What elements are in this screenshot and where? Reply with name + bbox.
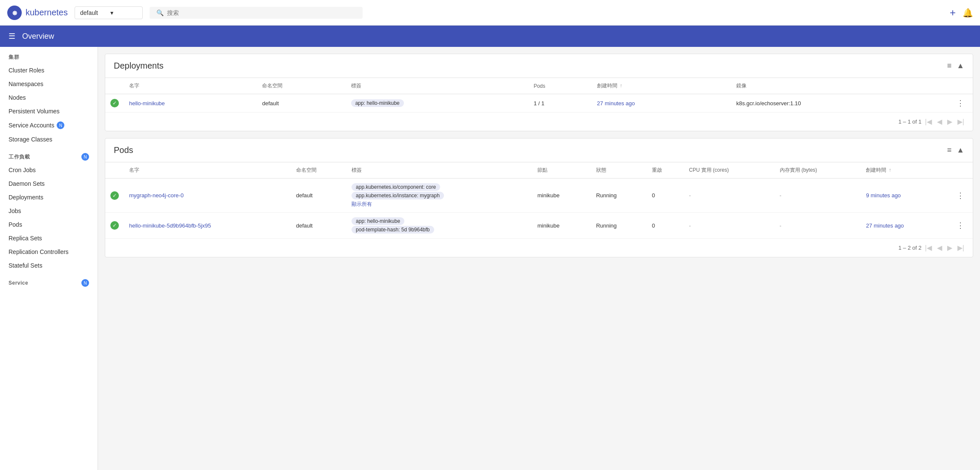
label-tag: app: hello-minikube xyxy=(351,99,404,107)
th-image: 鏡像 xyxy=(731,78,948,94)
last-page-button[interactable]: ▶| xyxy=(956,242,966,254)
th-namespace: 命名空間 xyxy=(257,78,346,94)
th-created-time: 創建時間 ↑ xyxy=(592,78,731,94)
row-cpu: - xyxy=(684,213,775,239)
label-tag-1: app.kubernetes.io/instance: mygraph xyxy=(352,192,444,199)
pods-header: Pods ≡ ▲ xyxy=(105,138,973,162)
workload-section-header: 工作負載 N xyxy=(0,146,98,163)
row-namespace: default xyxy=(257,94,346,112)
sidebar-item-service-accounts[interactable]: Service Accounts N xyxy=(0,118,98,133)
deployments-pagination: 1 – 1 of 1 |◀ ◀ ▶ ▶| xyxy=(105,112,973,131)
deployment-link[interactable]: hello-minikube xyxy=(129,100,165,107)
row-memory: - xyxy=(775,179,861,213)
sidebar-item-replication-controllers[interactable]: Replication Controllers xyxy=(0,245,98,259)
th-status xyxy=(105,78,124,94)
sidebar-item-pods[interactable]: Pods xyxy=(0,218,98,231)
created-time-link[interactable]: 9 minutes ago xyxy=(866,192,901,199)
notification-button[interactable]: 🔔 xyxy=(963,8,973,18)
sidebar-item-cluster-roles[interactable]: Cluster Roles xyxy=(0,63,98,77)
th-pods: Pods xyxy=(528,78,592,94)
show-all-link[interactable]: 顯示所有 xyxy=(352,201,527,208)
row-labels: app.kubernetes.io/component: core app.ku… xyxy=(346,179,532,213)
th-actions xyxy=(948,162,973,179)
add-button[interactable]: + xyxy=(950,7,956,19)
hamburger-icon[interactable]: ☰ xyxy=(9,32,15,41)
row-kebab: ⋮ xyxy=(948,179,973,213)
sidebar-label: Service Accounts xyxy=(9,122,54,129)
row-restarts: 0 xyxy=(647,179,684,213)
row-namespace: default xyxy=(291,179,346,213)
sidebar-item-stateful-sets[interactable]: Stateful Sets xyxy=(0,259,98,272)
th-status xyxy=(105,162,124,179)
content-area: Deployments ≡ ▲ 名字 命名空間 xyxy=(98,47,980,470)
sidebar-item-cron-jobs[interactable]: Cron Jobs xyxy=(0,163,98,177)
main-layout: 集群 Cluster Roles Namespaces Nodes Persis… xyxy=(0,47,980,470)
row-kebab: ⋮ xyxy=(948,213,973,239)
th-labels: 標簽 xyxy=(346,78,529,94)
next-page-button[interactable]: ▶ xyxy=(945,242,954,254)
sidebar-label: Deployments xyxy=(9,194,43,201)
row-restarts: 0 xyxy=(647,213,684,239)
sidebar-item-replica-sets[interactable]: Replica Sets xyxy=(0,231,98,245)
kebab-menu-icon[interactable]: ⋮ xyxy=(953,97,968,109)
pods-table-header: 名字 命名空間 標簽 節點 狀態 重啟 CPU 實用 (cores) 內存實用 … xyxy=(105,162,973,179)
pods-card: Pods ≡ ▲ 名字 命名空間 標簽 節點 狀態 重啟 CP xyxy=(105,138,973,257)
sidebar-label: Persistent Volumes xyxy=(9,108,60,115)
logo-area: ⎈ kubernetes xyxy=(7,5,68,20)
row-status: ✓ xyxy=(105,213,124,239)
search-icon: 🔍 xyxy=(156,9,164,16)
sidebar-label: Namespaces xyxy=(9,81,43,87)
th-name: 名字 xyxy=(124,78,257,94)
sidebar-item-namespaces[interactable]: Namespaces xyxy=(0,77,98,91)
row-pods: 1 / 1 xyxy=(528,94,592,112)
prev-page-button[interactable]: ◀ xyxy=(935,242,944,254)
chevron-down-icon: ▾ xyxy=(110,9,137,16)
first-page-button[interactable]: |◀ xyxy=(923,116,934,127)
sidebar-item-storage-classes[interactable]: Storage Classes xyxy=(0,133,98,146)
label-tag-0: app: hello-minikube xyxy=(352,217,404,225)
row-created-time: 27 minutes ago xyxy=(861,213,948,239)
pod-link[interactable]: hello-minikube-5d9b964bfb-5jx95 xyxy=(129,222,211,229)
prev-page-button[interactable]: ◀ xyxy=(935,116,944,127)
namespace-value: default xyxy=(80,9,107,16)
th-name: 名字 xyxy=(124,162,291,179)
sidebar-label: Jobs xyxy=(9,208,21,214)
service-accounts-badge: N xyxy=(57,121,64,129)
deployments-title: Deployments xyxy=(114,61,164,71)
pod-link[interactable]: mygraph-neo4j-core-0 xyxy=(129,192,184,199)
pagination-info: 1 – 2 of 2 xyxy=(898,245,921,251)
table-row: ✓ hello-minikube-5d9b964bfb-5jx95 defaul… xyxy=(105,213,973,239)
row-name: hello-minikube xyxy=(124,94,257,112)
th-restarts: 重啟 xyxy=(647,162,684,179)
th-labels: 標簽 xyxy=(346,162,532,179)
row-name: hello-minikube-5d9b964bfb-5jx95 xyxy=(124,213,291,239)
sidebar-item-nodes[interactable]: Nodes xyxy=(0,91,98,104)
next-page-button[interactable]: ▶ xyxy=(945,116,954,127)
namespace-selector[interactable]: default ▾ xyxy=(75,6,143,19)
sidebar-item-persistent-volumes[interactable]: Persistent Volumes xyxy=(0,104,98,118)
last-page-button[interactable]: ▶| xyxy=(956,116,966,127)
sidebar-label: Pods xyxy=(9,221,22,228)
sort-icon: ↑ xyxy=(889,167,891,173)
collapse-icon[interactable]: ▲ xyxy=(957,146,964,155)
sidebar-item-daemon-sets[interactable]: Daemon Sets xyxy=(0,177,98,190)
filter-icon[interactable]: ≡ xyxy=(947,61,952,70)
workload-section-title: 工作負載 xyxy=(9,153,81,161)
created-time-link[interactable]: 27 minutes ago xyxy=(866,222,904,229)
search-input[interactable] xyxy=(167,9,356,16)
kebab-menu-icon[interactable]: ⋮ xyxy=(953,219,968,231)
row-node: minikube xyxy=(532,179,591,213)
sidebar-item-jobs[interactable]: Jobs xyxy=(0,204,98,218)
row-namespace: default xyxy=(291,213,346,239)
first-page-button[interactable]: |◀ xyxy=(923,242,934,254)
sidebar-item-deployments[interactable]: Deployments xyxy=(0,190,98,204)
collapse-icon[interactable]: ▲ xyxy=(957,61,964,70)
created-time-link[interactable]: 27 minutes ago xyxy=(597,100,635,107)
row-memory: - xyxy=(775,213,861,239)
kebab-menu-icon[interactable]: ⋮ xyxy=(953,190,968,202)
service-section-header: Service N xyxy=(0,272,98,289)
deployments-header: Deployments ≡ ▲ xyxy=(105,54,973,78)
filter-icon[interactable]: ≡ xyxy=(947,146,952,155)
top-actions: + 🔔 xyxy=(950,7,973,19)
deployments-card: Deployments ≡ ▲ 名字 命名空間 xyxy=(105,54,973,131)
